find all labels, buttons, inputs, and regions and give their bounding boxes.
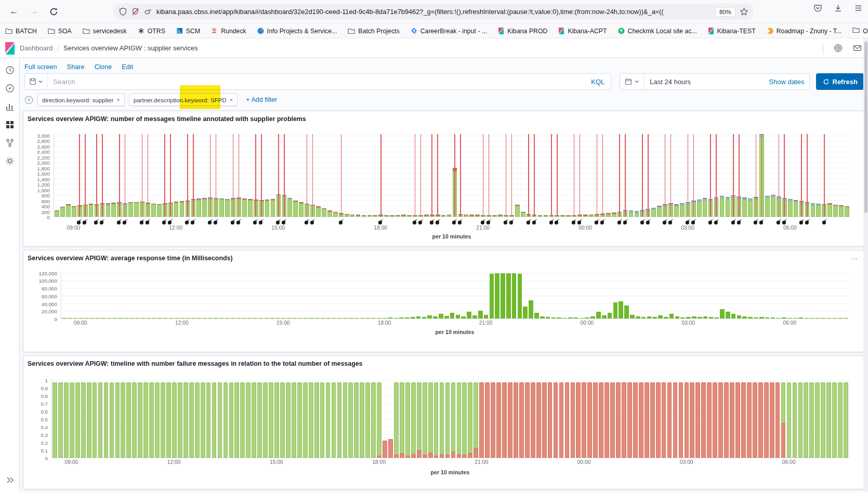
saved-query-button[interactable] — [25, 74, 48, 89]
url-text[interactable]: kibana.paas.cbss.inet/app/kibana#/dashbo… — [156, 8, 711, 16]
bookmark-item[interactable]: Checkmk Local site ac... — [618, 28, 697, 35]
forward-button[interactable]: → — [26, 4, 42, 19]
plot-area[interactable] — [61, 271, 849, 319]
action-link-edit[interactable]: Edit — [122, 63, 133, 71]
y-axis-labels: 020,00040,00060,00080,000100,000120,000 — [29, 271, 61, 319]
bookmark-item[interactable]: Rundeck — [211, 28, 246, 35]
plot-area[interactable] — [51, 379, 849, 458]
bar-failure-ratio — [633, 382, 638, 458]
annotation-line — [278, 134, 279, 217]
action-link-full-screen[interactable]: Full screen — [24, 63, 57, 71]
bar-avg-response-time-ms- — [793, 318, 798, 319]
bookmark-item[interactable]: servicedesk — [83, 28, 127, 35]
discover-compass-icon[interactable] — [5, 84, 15, 93]
bar-failures — [492, 215, 497, 216]
refresh-button[interactable]: Refresh — [816, 73, 864, 90]
kibana-logo[interactable] — [0, 42, 20, 55]
plot-area[interactable] — [54, 134, 850, 217]
bar-failures — [407, 215, 412, 216]
bar-success-ratio — [405, 382, 410, 458]
calendar-button[interactable] — [620, 74, 645, 89]
recent-clock-icon[interactable] — [5, 65, 15, 75]
mail-icon[interactable] — [853, 44, 862, 52]
bar-avg-response-time-ms- — [703, 316, 708, 318]
permissions-blocked-icon[interactable] — [131, 7, 140, 16]
chevron-down-icon — [634, 79, 639, 84]
bookmark-item[interactable]: SOA — [48, 28, 72, 35]
remove-filter-icon[interactable]: × — [230, 97, 233, 103]
annotation-line — [79, 134, 80, 217]
filter-pill[interactable]: direction.keyword: supplier× — [37, 94, 125, 106]
bar-messages — [816, 206, 821, 217]
bar-avg-response-time-ms- — [675, 316, 680, 318]
bar-messages — [703, 200, 707, 217]
bookmark-item[interactable]: Kibana-ACPT — [558, 28, 607, 35]
panel-options-button[interactable]: ... — [851, 254, 858, 261]
bookmark-item[interactable]: Kibana-TEST — [708, 28, 756, 35]
gridline — [54, 195, 850, 195]
show-dates-button[interactable]: Show dates — [769, 78, 805, 86]
bar-failures — [293, 201, 298, 202]
filter-icon[interactable] — [24, 96, 33, 104]
bookmark-item[interactable]: SCM — [176, 28, 200, 35]
bar-success-ratio — [126, 382, 131, 458]
url-bar[interactable]: kibana.paas.cbss.inet/app/kibana#/dashbo… — [113, 4, 754, 20]
menu-icon[interactable] — [854, 4, 863, 12]
bookmark-item[interactable]: Kibana PROD — [498, 28, 547, 35]
dashboard-actions: Full screenShareCloneEdit — [24, 63, 133, 71]
help-icon[interactable] — [834, 44, 843, 52]
bookmark-item[interactable]: Roadmap - Znuny - T... — [767, 28, 842, 35]
downloads-icon[interactable] — [834, 4, 843, 12]
y-tick-label: 800 — [42, 193, 50, 198]
bookmark-item[interactable]: CareerBreak - input - ... — [411, 28, 487, 35]
back-button[interactable]: ← — [6, 4, 22, 19]
bookmark-item[interactable]: OTRS — [138, 28, 165, 35]
bookmark-item[interactable]: BATCH — [5, 28, 37, 35]
visualize-chart-icon[interactable] — [5, 102, 15, 111]
kql-selector[interactable]: KQL — [585, 78, 611, 86]
search-input[interactable] — [48, 78, 585, 86]
pocket-icon[interactable] — [813, 4, 822, 12]
rundeck-icon — [211, 28, 218, 34]
annotation-line — [693, 134, 694, 217]
bar-avg-response-time-ms- — [692, 316, 696, 318]
bar-avg-response-time-ms- — [219, 318, 224, 319]
annotation-line — [642, 134, 643, 217]
remove-filter-icon[interactable]: × — [116, 97, 120, 103]
bar-failures — [538, 215, 543, 216]
zoom-level-badge[interactable]: 80% — [715, 7, 735, 17]
scrollbar-thumb[interactable] — [864, 42, 867, 213]
bar-avg-response-time-ms- — [107, 318, 112, 319]
gridline — [61, 288, 849, 289]
x-tick-label: 18:00 — [372, 459, 386, 465]
bar-messages — [811, 205, 816, 217]
breadcrumb-root[interactable]: Dashboard — [20, 44, 53, 52]
panel-messages-timeline: Services overview APIGW: number of messa… — [23, 111, 864, 247]
folder-icon — [48, 28, 55, 34]
shield-icon[interactable] — [119, 7, 127, 16]
action-link-clone[interactable]: Clone — [95, 63, 112, 71]
dashboard-grid-icon[interactable] — [5, 120, 15, 129]
bar-avg-response-time-ms- — [478, 311, 483, 318]
action-link-share[interactable]: Share — [67, 63, 85, 71]
bar-messages — [242, 200, 247, 217]
collapse-menu-icon[interactable] — [5, 475, 15, 485]
bookmark-other-bookmarks[interactable]: Other Bookmarks — [852, 27, 868, 35]
bookmark-item[interactable]: Info Projects & Service... — [257, 28, 337, 35]
page-scrollbar[interactable] — [863, 38, 868, 492]
site-info-icon[interactable] — [143, 7, 152, 16]
bar-messages — [293, 202, 298, 217]
bar-messages — [356, 216, 361, 217]
bar-avg-response-time-ms- — [332, 318, 337, 319]
add-filter-button[interactable]: + Add filter — [246, 96, 277, 103]
bookmark-star-icon[interactable] — [740, 7, 748, 16]
folder-icon — [852, 27, 860, 33]
bookmark-item[interactable]: Batch Projects — [348, 28, 399, 35]
annotation-line — [716, 134, 717, 217]
settings-gear-icon[interactable] — [5, 156, 15, 166]
time-range-label[interactable]: Last 24 hours — [650, 78, 691, 86]
bar-success-ratio — [280, 382, 285, 458]
fork-branch-icon[interactable] — [5, 138, 15, 148]
reload-button[interactable] — [46, 4, 61, 19]
bar-avg-response-time-ms- — [265, 318, 269, 319]
